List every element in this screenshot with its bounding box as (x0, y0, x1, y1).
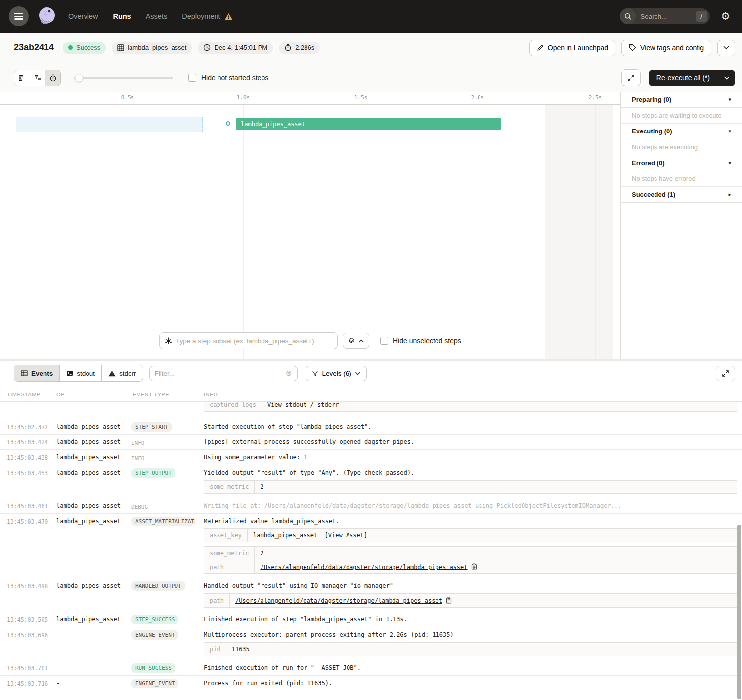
log-row[interactable]: 13:45:03.716-ENGINE_EVENTProcess for run… (0, 676, 742, 691)
funnel-icon (312, 370, 318, 377)
levels-dropdown-button[interactable]: Levels (6) (306, 366, 367, 381)
tab-stderr[interactable]: stderr (101, 365, 143, 381)
job-name-chip[interactable]: lambda_pipes_asset (112, 42, 192, 54)
log-row[interactable]: 13:45:03.470lambda_pipes_assetASSET_MATE… (0, 514, 742, 578)
events-expand-button[interactable] (716, 366, 735, 381)
events-toolbar: Eventsstdoutstderr ⊗ Levels (6) (0, 365, 742, 382)
events-scrollbar[interactable] (737, 525, 741, 699)
reexecute-dropdown-button[interactable] (718, 76, 735, 80)
metadata-table: captured_logsView stdout / stderr (204, 402, 737, 412)
col-header-info: INFO (198, 392, 742, 397)
log-op: lambda_pipes_asset (52, 435, 128, 449)
run-header: 23ab2414 Success lambda_pipes_asset Dec … (0, 33, 742, 63)
nav-item-assets[interactable]: Assets (146, 12, 168, 20)
clipboard-icon[interactable] (446, 597, 452, 604)
tab-events[interactable]: Events (14, 365, 59, 381)
hide-unselected-checkbox[interactable]: Hide unselected steps (377, 336, 464, 346)
log-row[interactable]: 13:45:03.505lambda_pipes_assetSTEP_SUCCE… (0, 612, 742, 627)
caret-down-icon: ▾ (728, 160, 731, 166)
search-shortcut-badge: / (696, 11, 707, 22)
sidebar-section-succeeded[interactable]: Succeeded (1)▸ (621, 187, 742, 203)
log-row[interactable]: 13:45:03.438lambda_pipes_assetINFOUsing … (0, 450, 742, 465)
col-header-op: OP (52, 392, 128, 397)
metadata-link[interactable]: /Users/alangenfeld/data/dagster/storage/… (235, 597, 442, 604)
log-row[interactable]: 13:45:03.498lambda_pipes_assetHANDLED_OU… (0, 578, 742, 612)
nav-item-runs[interactable]: Runs (113, 12, 131, 20)
open-in-launchpad-button[interactable]: Open in Launchpad (529, 40, 615, 56)
timing-view-button[interactable] (45, 70, 60, 86)
col-header-event-type: EVENT TYPE (128, 392, 198, 397)
chevron-down-icon (723, 46, 729, 50)
nav-item-overview[interactable]: Overview (68, 12, 98, 20)
layers-button[interactable] (343, 333, 369, 349)
clock-icon (203, 44, 211, 51)
metadata-table: path/Users/alangenfeld/data/dagster/stor… (204, 593, 737, 608)
flat-view-icon (18, 75, 26, 81)
reexecute-all-button[interactable]: Re-execute all (*) (649, 70, 735, 86)
hide-unselected-label: Hide unselected steps (393, 337, 461, 345)
metadata-key: some_metric (204, 547, 255, 560)
view-tags-config-button[interactable]: View tags and config (621, 40, 711, 56)
hide-unselected-checkbox-box[interactable] (380, 337, 388, 345)
event-type-badge: STEP_START (131, 422, 172, 432)
sidebar-section-errored[interactable]: Errored (0)▾ (621, 155, 742, 171)
log-row[interactable]: 13:45:03.461lambda_pipes_assetDEBUGWriti… (0, 498, 742, 514)
log-row[interactable]: 13:45:03.701-RUN_SUCCESSFinished executi… (0, 660, 742, 676)
tab-stdout[interactable]: stdout (59, 365, 101, 381)
expand-icon (722, 370, 729, 377)
settings-gear-icon[interactable]: ⚙ (721, 10, 730, 22)
gantt-dependency-marker (226, 121, 230, 126)
metadata-table: some_metric2path/Users/alangenfeld/data/… (204, 546, 737, 574)
waterfall-view-button[interactable] (30, 70, 45, 86)
hamburger-menu-button[interactable] (9, 6, 29, 26)
log-message: Yielded output "result" of type "Any". (… (204, 469, 737, 476)
metadata-link[interactable]: /Users/alangenfeld/data/dagster/storage/… (260, 564, 467, 570)
event-log-table: TIMESTAMPOPEVENT TYPEINFO captured_logsV… (0, 387, 742, 700)
terminal-icon (66, 370, 73, 376)
status-dot (68, 45, 73, 50)
view-asset-link[interactable]: [View Asset] (325, 532, 368, 539)
log-timestamp: 13:45:03.424 (0, 435, 52, 449)
log-row[interactable]: 13:45:03.424lambda_pipes_assetINFO[pipes… (0, 435, 742, 450)
run-id: 23ab2414 (14, 43, 54, 53)
events-panel: Eventsstdoutstderr ⊗ Levels (6) TIMESTAM… (0, 361, 742, 700)
step-subset-input-wrap (159, 332, 338, 349)
step-graph-icon (165, 337, 172, 345)
sidebar-empty-text: No steps are waiting to execute (621, 108, 742, 124)
clear-filter-icon[interactable]: ⊗ (286, 369, 292, 378)
step-status-sidebar: Preparing (0)▾No steps are waiting to ex… (620, 92, 742, 359)
log-row[interactable]: 13:45:03.696-ENGINE_EVENTMultiprocess ex… (0, 627, 742, 660)
run-actions-dropdown-button[interactable] (717, 40, 735, 56)
nav-item-deployment[interactable]: Deployment (182, 12, 232, 20)
zoom-slider-handle[interactable] (75, 74, 83, 82)
hide-not-started-checkbox-box[interactable] (188, 74, 196, 82)
zoom-slider[interactable] (74, 74, 173, 82)
clipboard-icon[interactable] (471, 563, 477, 570)
sidebar-section-preparing[interactable]: Preparing (0)▾ (621, 92, 742, 108)
expand-icon (627, 74, 635, 82)
log-message: Handled output "result" using IO manager… (204, 582, 737, 589)
step-subset-input[interactable] (176, 337, 332, 345)
metadata-value: 2 (255, 481, 737, 494)
flat-view-button[interactable] (14, 70, 30, 86)
axis-tick-label: 1.0s (237, 94, 250, 101)
sidebar-section-executing[interactable]: Executing (0)▾ (621, 124, 742, 139)
search-input[interactable]: Search... / (620, 8, 710, 24)
job-grid-icon (117, 44, 124, 51)
log-row[interactable]: 13:45:02.372lambda_pipes_assetSTEP_START… (0, 419, 742, 435)
hide-not-started-checkbox[interactable]: Hide not started steps (188, 74, 268, 82)
gantt-step-bar[interactable]: lambda_pipes_asset (236, 118, 501, 130)
filter-input[interactable] (155, 370, 282, 377)
log-info: Finished execution of run for "__ASSET_J… (198, 660, 742, 675)
log-row[interactable]: 13:45:03.453lambda_pipes_assetSTEP_OUTPU… (0, 465, 742, 498)
log-info: Handled output "result" using IO manager… (198, 578, 742, 612)
log-row[interactable]: captured_logsView stdout / stderr (0, 402, 742, 419)
top-nav: OverviewRunsAssetsDeployment Search... /… (0, 0, 742, 33)
metadata-row: some_metric2 (204, 481, 737, 494)
log-op: lambda_pipes_asset (52, 498, 128, 513)
log-tabs: Eventsstdoutstderr (14, 365, 143, 382)
gantt-expand-button[interactable] (621, 69, 641, 86)
log-timestamp: 13:45:03.461 (0, 498, 52, 513)
dagster-logo[interactable] (36, 5, 58, 28)
log-op (52, 402, 128, 419)
